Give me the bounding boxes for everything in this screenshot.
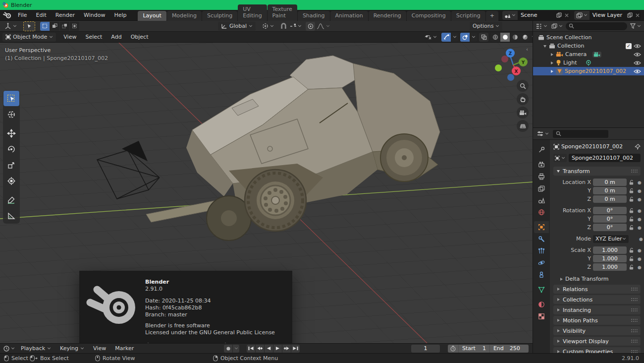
pivot-point-dropdown[interactable] — [260, 22, 276, 31]
tab-constraints[interactable] — [534, 269, 549, 281]
tab-shading[interactable]: Shading — [298, 11, 330, 21]
editor-type-button[interactable] — [2, 22, 19, 31]
menu-edit[interactable]: Edit — [32, 12, 51, 18]
scale-z-field[interactable]: 1.000 — [593, 263, 627, 271]
add-workspace-button[interactable]: + — [486, 11, 498, 21]
outliner-row-sponge-object[interactable]: Sponge20210107_002 — [533, 67, 644, 75]
properties-editor-type-button[interactable] — [536, 129, 550, 138]
xray-toggle[interactable] — [479, 33, 488, 42]
select-mode-intersect-button[interactable] — [70, 22, 79, 31]
delta-transform-subpanel[interactable]: Delta Transform — [553, 275, 641, 283]
outliner-row-scene-collection[interactable]: Scene Collection — [533, 33, 644, 42]
show-object-types-dropdown[interactable] — [422, 33, 439, 42]
tab-output[interactable] — [534, 171, 549, 182]
drag-grip-icon[interactable] — [631, 339, 638, 343]
select-mode-set-button[interactable] — [40, 22, 50, 31]
overlays-toggle[interactable] — [460, 33, 470, 42]
scale-x-field[interactable]: 1.000 — [593, 246, 627, 254]
menu-render[interactable]: Render — [51, 12, 79, 18]
timeline-editor-type-button[interactable] — [2, 344, 16, 353]
gizmo-neg-z-ball[interactable] — [507, 74, 514, 81]
lock-icon[interactable] — [629, 180, 634, 185]
drag-grip-icon[interactable] — [631, 287, 638, 291]
current-frame-field[interactable]: 1 — [411, 345, 440, 353]
tool-move[interactable] — [3, 125, 19, 141]
tab-scene[interactable] — [534, 194, 549, 206]
menu-view[interactable]: View — [59, 34, 81, 40]
scene-browse-button[interactable] — [502, 11, 518, 20]
eye-icon[interactable] — [634, 52, 641, 57]
tab-animation[interactable]: Animation — [330, 11, 368, 21]
viewport-canvas[interactable]: User Perspective (1) Collection | Sponge… — [0, 43, 533, 343]
panel-visibility[interactable]: Visibility — [553, 326, 641, 335]
rotation-y-field[interactable]: 0° — [593, 215, 627, 223]
menu-object[interactable]: Object — [126, 34, 153, 40]
use-preview-range-button[interactable] — [448, 345, 458, 353]
tab-texture-paint[interactable]: Texture Paint — [268, 4, 297, 21]
falloff-curve-icon[interactable] — [317, 23, 324, 29]
tool-rotate[interactable] — [3, 141, 19, 157]
menu-select[interactable]: Select — [81, 34, 107, 40]
camera-object[interactable] — [97, 141, 160, 199]
panel-relations[interactable]: Relations — [553, 285, 641, 294]
tab-compositing[interactable]: Compositing — [407, 11, 451, 21]
object-id-browse-button[interactable] — [553, 154, 567, 162]
pan-view-button[interactable] — [517, 93, 529, 105]
drag-grip-icon[interactable] — [631, 308, 638, 312]
collection-checkbox[interactable]: ✓ — [626, 43, 632, 49]
lock-icon[interactable] — [629, 216, 634, 222]
active-tool-button[interactable] — [23, 21, 35, 31]
menu-file[interactable]: File — [13, 12, 31, 18]
lock-icon[interactable] — [629, 256, 634, 261]
disclosure-closed-icon[interactable] — [550, 53, 554, 57]
next-keyframe-button[interactable] — [282, 345, 291, 353]
scale-y-field[interactable]: 1.000 — [593, 255, 627, 262]
end-frame-field[interactable]: End250 — [490, 345, 524, 353]
drag-grip-icon[interactable] — [631, 329, 638, 333]
auto-keying-dropdown[interactable] — [233, 345, 239, 353]
tab-material[interactable] — [534, 299, 549, 310]
start-frame-field[interactable]: Start1 — [459, 345, 489, 353]
tool-cursor[interactable] — [3, 107, 19, 122]
outliner-row-camera[interactable]: Camera — [533, 50, 644, 59]
tool-transform[interactable] — [3, 173, 19, 188]
tool-scale[interactable] — [3, 157, 19, 173]
tab-scripting[interactable]: Scripting — [451, 11, 485, 21]
gizmo-neg-x-ball[interactable] — [501, 56, 508, 62]
tab-render[interactable] — [534, 159, 549, 171]
overlays-dropdown[interactable] — [470, 33, 477, 42]
outliner-search-input[interactable] — [566, 22, 627, 30]
zoom-view-button[interactable] — [517, 80, 529, 92]
tab-rendering[interactable]: Rendering — [369, 11, 406, 21]
scene-copy-button[interactable] — [555, 11, 563, 20]
tool-measure[interactable] — [3, 208, 19, 223]
shading-rendered-button[interactable] — [520, 33, 530, 42]
play-button[interactable] — [273, 345, 282, 353]
lock-icon[interactable] — [629, 208, 634, 213]
eye-icon[interactable] — [634, 69, 641, 74]
jump-to-start-button[interactable] — [247, 345, 255, 353]
shading-material-button[interactable] — [510, 33, 520, 42]
menu-playback[interactable]: Playback — [16, 345, 55, 352]
shading-wireframe-button[interactable] — [490, 33, 500, 42]
region-collapse-arrow[interactable]: ‹ — [526, 47, 528, 52]
mesh-object-sponge[interactable] — [146, 56, 440, 241]
lock-icon[interactable] — [629, 196, 634, 202]
lock-icon[interactable] — [629, 247, 634, 253]
menu-timeline-view[interactable]: View — [89, 345, 110, 352]
drag-grip-icon[interactable] — [631, 169, 638, 173]
disclosure-open-icon[interactable] — [543, 44, 547, 48]
tool-annotate[interactable] — [3, 192, 19, 207]
shading-solid-button[interactable] — [500, 33, 510, 42]
rotation-mode-dropdown[interactable]: XYZ Euler — [593, 235, 629, 243]
auto-keying-toggle[interactable] — [224, 345, 232, 353]
tab-uv-editing[interactable]: UV Editing — [238, 4, 267, 21]
tab-texture[interactable] — [534, 310, 549, 322]
location-y-field[interactable]: 0 m — [593, 187, 627, 194]
pin-icon[interactable] — [635, 144, 641, 150]
chevron-down-icon[interactable] — [326, 25, 330, 27]
view-layer-name-field[interactable]: View Layer — [590, 11, 626, 20]
eye-icon[interactable] — [634, 44, 641, 49]
scene-name-field[interactable]: Scene — [518, 11, 555, 20]
object-name-input[interactable]: Sponge20210107_002 — [569, 154, 641, 162]
